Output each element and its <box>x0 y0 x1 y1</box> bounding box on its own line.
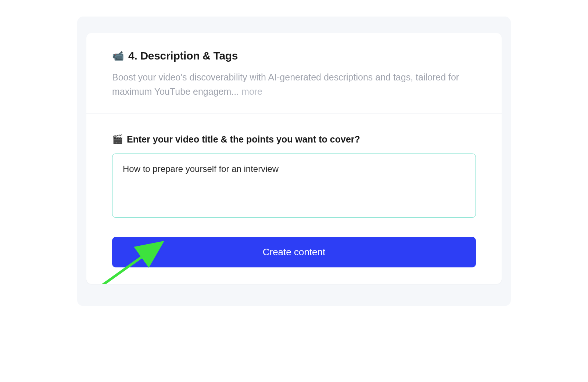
header-section: 📹 4. Description & Tags Boost your video… <box>86 33 502 114</box>
input-label-row: 🎬 Enter your video title & the points yo… <box>112 134 476 145</box>
input-label: Enter your video title & the points you … <box>127 134 360 145</box>
section-subtitle: Boost your video's discoverability with … <box>112 70 476 99</box>
more-link[interactable]: more <box>241 86 262 97</box>
form-section: 🎬 Enter your video title & the points yo… <box>86 114 502 284</box>
page-container: 📹 4. Description & Tags Boost your video… <box>77 17 511 306</box>
camera-icon: 📹 <box>112 51 124 61</box>
create-content-button[interactable]: Create content <box>112 237 476 267</box>
title-row: 📹 4. Description & Tags <box>112 50 476 62</box>
subtitle-text: Boost your video's discoverability with … <box>112 72 459 97</box>
clapperboard-icon: 🎬 <box>112 135 123 144</box>
content-card: 📹 4. Description & Tags Boost your video… <box>86 33 502 284</box>
video-title-input[interactable] <box>112 154 476 218</box>
section-title: 4. Description & Tags <box>128 50 238 62</box>
